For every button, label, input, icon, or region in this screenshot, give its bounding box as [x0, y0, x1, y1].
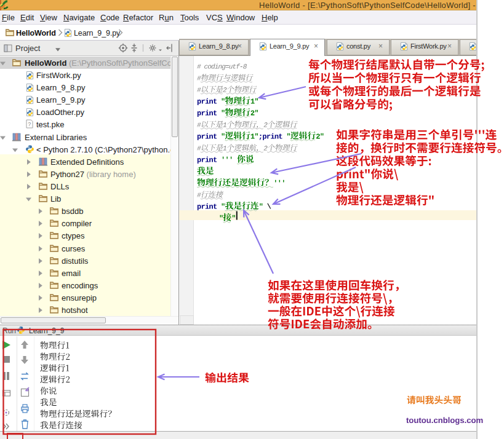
- svg-text:?: ?: [28, 121, 31, 127]
